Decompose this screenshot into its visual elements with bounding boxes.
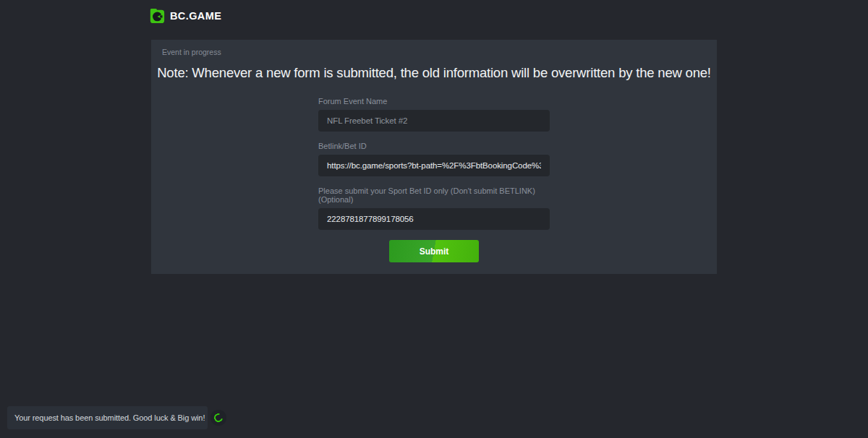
event-form: Forum Event Name Betlink/Bet ID Please s… bbox=[318, 97, 550, 262]
sport-bet-id-label: Please submit your Sport Bet ID only (Do… bbox=[318, 186, 550, 204]
forum-event-name-input[interactable] bbox=[318, 110, 550, 132]
header: BC.GAME bbox=[0, 0, 868, 32]
brand-name: BC.GAME bbox=[170, 10, 221, 22]
toast-message: Your request has been submitted. Good lu… bbox=[14, 413, 205, 422]
event-panel: Event in progress Note: Whenever a new f… bbox=[151, 40, 717, 274]
note-text: Note: Whenever a new form is submitted, … bbox=[151, 65, 717, 81]
event-status-text: Event in progress bbox=[162, 48, 221, 56]
sport-bet-id-input[interactable] bbox=[318, 208, 550, 230]
betlink-bet-id-label: Betlink/Bet ID bbox=[318, 142, 550, 150]
betlink-bet-id-input[interactable] bbox=[318, 155, 550, 176]
bc-game-logo-icon bbox=[149, 8, 165, 24]
brand-logo[interactable]: BC.GAME bbox=[149, 8, 221, 24]
loading-spinner-icon bbox=[210, 410, 226, 426]
forum-event-name-label: Forum Event Name bbox=[318, 97, 550, 106]
submit-button[interactable]: Submit bbox=[389, 240, 479, 262]
toast-notification: Your request has been submitted. Good lu… bbox=[7, 406, 208, 429]
spinner-arc bbox=[213, 412, 224, 424]
